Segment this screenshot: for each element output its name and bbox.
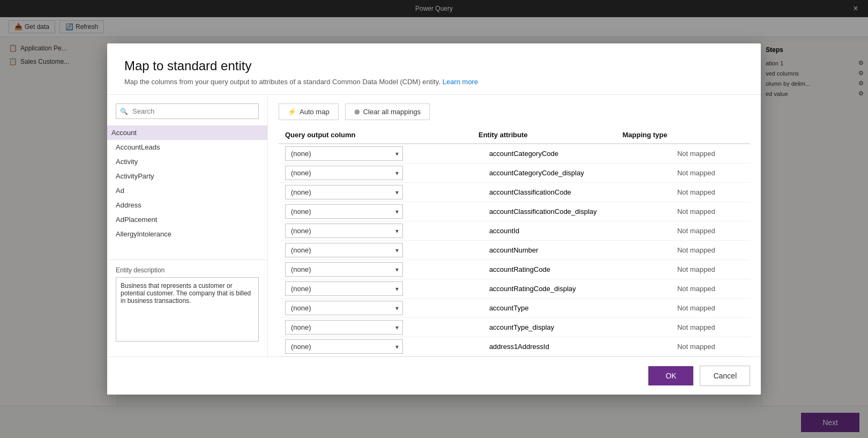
entity-attribute-cell: accountNumber [483,241,671,260]
entity-attribute-cell: accountType [483,299,671,318]
select-wrap: (none) [285,204,403,219]
table-row: (none)accountNumberNot mapped [279,241,750,260]
table-row: (none)accountRatingCodeNot mapped [279,260,750,279]
mapping-type-cell: Not mapped [671,202,750,221]
entity-item-ad[interactable]: Ad [116,183,267,198]
mapping-toolbar: ⚡ Auto map ⊗ Clear all mappings [268,95,761,127]
query-output-select[interactable]: (none) [285,146,403,161]
modal-title: Map to standard entity [124,58,744,73]
select-wrap: (none) [285,281,403,296]
entity-attribute-cell: accountType_display [483,318,671,337]
search-input[interactable] [116,103,259,119]
entity-attribute-cell: accountRatingCode [483,260,671,279]
mapping-table-body: (none)accountCategoryCodeNot mapped(none… [279,144,750,357]
mapping-table-wrap: Query output column Entity attribute Map… [268,127,761,357]
clear-icon: ⊗ [354,108,360,116]
mapping-type-cell: Not mapped [671,241,750,260]
entity-attribute-cell: accountId [483,221,671,241]
entity-item-address[interactable]: Address [116,198,267,212]
col-query-output: Query output column [279,127,472,144]
col-mapping-type: Mapping type [616,127,750,144]
table-row: (none)accountCategoryCodeNot mapped [279,144,750,164]
entity-list[interactable]: Account AccountLeads Activity ActivityPa… [107,125,267,259]
mapping-type-cell: Not mapped [671,221,750,241]
mapping-table: Query output column Entity attribute Map… [279,127,750,144]
select-wrap: (none) [285,146,403,161]
table-row: (none)accountTypeNot mapped [279,299,750,318]
table-row: (none)accountIdNot mapped [279,221,750,241]
entity-item-accountleads[interactable]: AccountLeads [116,140,267,154]
entity-item-allergyintolerance[interactable]: AllergyIntolerance [116,227,267,241]
learn-more-link[interactable]: Learn more [443,78,478,86]
search-icon-wrap [116,103,259,119]
table-row: (none)address1AddressIdNot mapped [279,337,750,357]
clear-all-button[interactable]: ⊗ Clear all mappings [345,103,430,120]
mapping-type-cell: Not mapped [671,318,750,337]
mapping-type-cell: Not mapped [671,144,750,164]
query-output-select[interactable]: (none) [285,339,403,354]
table-row: (none)accountRatingCode_displayNot mappe… [279,279,750,299]
query-output-select[interactable]: (none) [285,320,403,335]
entity-description-box: Business that represents a customer or p… [116,277,259,342]
modal-dialog: Map to standard entity Map the columns f… [107,43,761,395]
mapping-type-cell: Not mapped [671,299,750,318]
entity-item-adplacement[interactable]: AdPlacement [116,212,267,227]
auto-map-button[interactable]: ⚡ Auto map [279,103,339,120]
table-row: (none)accountType_displayNot mapped [279,318,750,337]
entity-attribute-cell: accountCategoryCode_display [483,164,671,183]
entity-attribute-cell: accountCategoryCode [483,144,671,164]
mapping-type-cell: Not mapped [671,337,750,357]
col-entity-attribute: Entity attribute [472,127,616,144]
table-row: (none)accountClassificationCodeNot mappe… [279,183,750,202]
entity-attribute-cell: address1AddressId [483,337,671,357]
query-output-select[interactable]: (none) [285,185,403,199]
entity-item-activity[interactable]: Activity [116,154,267,169]
select-wrap: (none) [285,224,403,238]
entity-attribute-cell: accountRatingCode_display [483,279,671,299]
ok-button[interactable]: OK [648,366,693,385]
table-row: (none)accountCategoryCode_displayNot map… [279,164,750,183]
mapping-type-cell: Not mapped [671,279,750,299]
query-output-select[interactable]: (none) [285,166,403,180]
select-wrap: (none) [285,185,403,199]
entity-attribute-cell: accountClassificationCode [483,183,671,202]
mapping-type-cell: Not mapped [671,260,750,279]
mapping-type-cell: Not mapped [671,164,750,183]
auto-map-icon: ⚡ [288,108,296,116]
search-container [107,103,267,125]
select-wrap: (none) [285,301,403,315]
entity-item-activityparty[interactable]: ActivityParty [116,169,267,183]
select-wrap: (none) [285,320,403,335]
query-output-select[interactable]: (none) [285,281,403,296]
modal-header: Map to standard entity Map the columns f… [107,43,761,95]
modal-overlay: Map to standard entity Map the columns f… [0,0,868,438]
modal-body: Account AccountLeads Activity ActivityPa… [107,95,761,357]
modal-main: ⚡ Auto map ⊗ Clear all mappings Query ou… [268,95,761,357]
select-wrap: (none) [285,262,403,277]
table-row: (none)accountClassificationCode_displayN… [279,202,750,221]
select-wrap: (none) [285,166,403,180]
query-output-select[interactable]: (none) [285,301,403,315]
entity-description-section: Entity description Business that represe… [107,259,267,348]
select-wrap: (none) [285,339,403,354]
mapping-type-cell: Not mapped [671,183,750,202]
query-output-select[interactable]: (none) [285,224,403,238]
entity-description-label: Entity description [116,266,259,274]
query-output-select[interactable]: (none) [285,204,403,219]
mapping-scroll-area[interactable]: (none)accountCategoryCodeNot mapped(none… [279,144,750,357]
entity-item-account[interactable]: Account [107,125,267,140]
modal-subtitle: Map the columns from your query output t… [124,78,744,86]
modal-footer: OK Cancel [107,357,761,395]
cancel-button[interactable]: Cancel [700,366,750,386]
query-output-select[interactable]: (none) [285,243,403,257]
entity-attribute-cell: accountClassificationCode_display [483,202,671,221]
entity-list-inner: Account AccountLeads Activity ActivityPa… [107,125,267,241]
modal-sidebar: Account AccountLeads Activity ActivityPa… [107,95,268,357]
select-wrap: (none) [285,243,403,257]
query-output-select[interactable]: (none) [285,262,403,277]
